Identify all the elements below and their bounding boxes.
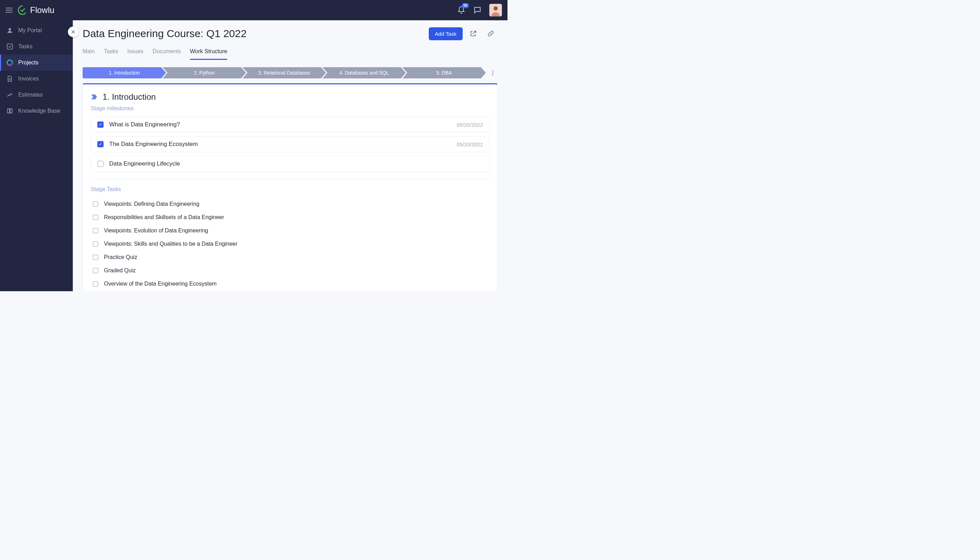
sidebar-item-projects[interactable]: Projects [0,55,73,71]
project-tabs: Main Tasks Issues Documents Work Structu… [83,45,498,60]
topbar-actions: 59 [457,4,502,17]
sidebar-item-invoices[interactable]: Invoices [0,71,73,87]
sidebar-item-label: My Portal [18,27,42,33]
page-header: Data Engineering Course: Q1 2022 Add Tas… [73,20,508,60]
content-scroll: 1. Introduction 2. Python 3. Relational … [73,60,508,291]
tab-issues[interactable]: Issues [127,45,143,60]
sidebar-item-label: Knowledge Base [18,108,60,114]
svg-point-6 [492,70,493,72]
page-title: Data Engineering Course: Q1 2022 [83,28,247,40]
task-checkbox[interactable] [93,255,98,260]
open-external-button[interactable] [466,27,480,41]
task-row[interactable]: Graded Quiz [91,264,490,277]
task-label: Responsibilities and Skillsets of a Data… [104,214,224,220]
stage-more-button[interactable] [488,70,498,76]
svg-point-7 [492,72,493,73]
milestone-label: The Data Engineering Ecosystem [109,141,198,148]
tab-documents[interactable]: Documents [153,45,181,60]
milestone-date: 05/20/2022 [457,122,483,128]
sidebar-item-estimates[interactable]: Estimates [0,87,73,103]
task-row[interactable]: Viewpoints: Defining Data Engineering [91,197,490,211]
invoice-icon [6,75,13,82]
estimate-icon [6,92,13,98]
sidebar-item-myportal[interactable]: My Portal [0,22,73,38]
sidebar-item-tasks[interactable]: Tasks [0,38,73,55]
task-label: Viewpoints: Skills and Qualities to be a… [104,241,237,247]
svg-point-2 [9,28,11,30]
milestone-date: 05/20/2022 [457,142,483,147]
sidebar-item-knowledgebase[interactable]: Knowledge Base [0,103,73,119]
svg-rect-3 [7,44,13,49]
check-square-icon [6,43,13,50]
tab-main[interactable]: Main [83,45,95,60]
logo-icon [18,5,27,15]
milestones-heading: Stage milestones [91,105,490,112]
task-row[interactable]: Responsibilities and Skillsets of a Data… [91,211,490,224]
person-icon [6,27,13,34]
tab-work-structure[interactable]: Work Structure [190,45,227,60]
notifications-badge: 59 [462,3,469,8]
stage-chip-2[interactable]: 2. Python [162,67,246,78]
notifications-button[interactable]: 59 [457,6,465,14]
menu-toggle-button[interactable] [6,8,13,13]
stage-chip-5[interactable]: 5. DBA [402,67,486,78]
stage-arrow-icon [91,93,98,100]
stage-title: 1. Introduction [103,92,156,102]
task-row[interactable]: Practice Quiz [91,251,490,264]
projects-icon [6,59,13,66]
milestone-label: Data Engineering Lifecycle [109,160,180,167]
close-panel-button[interactable] [68,27,78,37]
stage-strip: 1. Introduction 2. Python 3. Relational … [83,67,498,78]
stage-chip-3[interactable]: 3. Relational Databases [243,67,326,78]
brand-logo[interactable]: Flowlu [18,5,54,15]
milestone-label: What is Data Engineering? [109,121,180,128]
svg-point-8 [492,74,493,75]
stage-chip-4[interactable]: 4. Databases and SQL [322,67,406,78]
svg-point-1 [493,6,498,10]
sidebar: My Portal Tasks Projects Invoices Estima… [0,20,73,291]
tab-tasks[interactable]: Tasks [104,45,118,60]
task-checkbox[interactable] [93,281,98,287]
task-label: Practice Quiz [104,254,137,260]
section-divider [91,179,490,179]
milestone-checkbox[interactable] [97,161,103,167]
sidebar-item-label: Invoices [18,76,39,82]
chat-button[interactable] [473,6,482,14]
stage-panel: 1. Introduction Stage milestones ✓ What … [83,83,498,291]
milestone-checkbox[interactable]: ✓ [97,141,103,147]
milestone-checkbox[interactable]: ✓ [97,122,103,128]
task-checkbox[interactable] [93,241,98,247]
task-label: Viewpoints: Evolution of Data Engineerin… [104,228,208,234]
add-task-button[interactable]: Add Task [429,27,463,40]
milestone-row[interactable]: ✓ What is Data Engineering? 05/20/2022 [91,117,490,133]
task-label: Overview of the Data Engineering Ecosyst… [104,281,217,287]
task-row[interactable]: Overview of the Data Engineering Ecosyst… [91,277,490,290]
sidebar-item-label: Estimates [18,92,43,98]
brand-name: Flowlu [30,5,54,15]
task-checkbox[interactable] [93,228,98,233]
milestone-row[interactable]: ✓ The Data Engineering Ecosystem 05/20/2… [91,136,490,152]
tasks-heading: Stage Tasks [91,186,490,192]
task-label: Graded Quiz [104,267,136,274]
task-row[interactable]: Viewpoints: Skills and Qualities to be a… [91,237,490,251]
task-checkbox[interactable] [93,215,98,220]
sidebar-item-label: Tasks [18,43,33,50]
task-row[interactable]: Viewpoints: Evolution of Data Engineerin… [91,224,490,237]
milestone-row[interactable]: Data Engineering Lifecycle [91,156,490,172]
task-label: Viewpoints: Defining Data Engineering [104,201,200,207]
user-avatar[interactable] [489,4,502,17]
topbar: Flowlu 59 [0,0,508,20]
sidebar-item-label: Projects [18,60,38,66]
stage-chip-1[interactable]: 1. Introduction [83,67,166,78]
book-icon [6,107,13,115]
copy-link-button[interactable] [484,27,498,41]
task-checkbox[interactable] [93,201,98,207]
task-checkbox[interactable] [93,268,98,273]
main-area: Data Engineering Course: Q1 2022 Add Tas… [73,20,508,291]
